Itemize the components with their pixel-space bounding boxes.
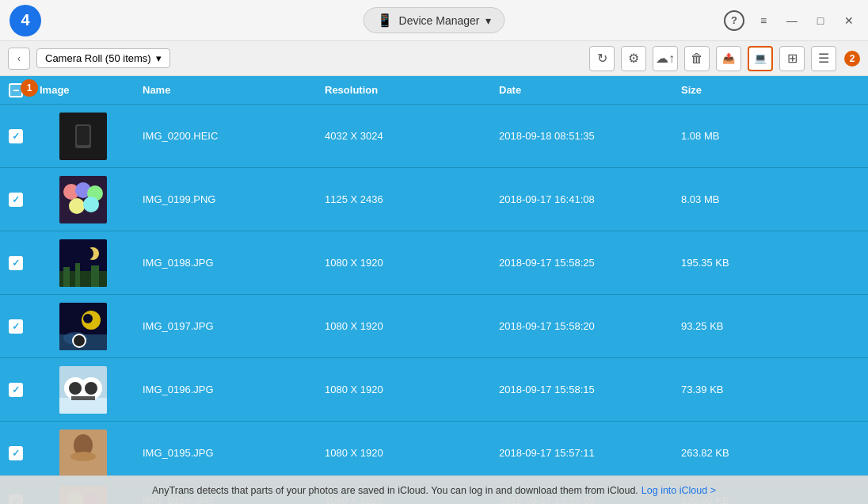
phone-icon: 📱 xyxy=(377,13,393,28)
row-checkbox-col xyxy=(0,256,32,270)
row-checkbox-col xyxy=(0,446,32,460)
list-view-button[interactable]: ☰ xyxy=(811,46,836,71)
row-size: 195.35 KB xyxy=(673,257,868,269)
row-date: 2018-09-17 15:58:25 xyxy=(491,257,673,269)
refresh-icon: ↻ xyxy=(597,51,607,66)
row-name: IMG_0196.JPG xyxy=(135,384,317,395)
svg-point-7 xyxy=(69,198,85,214)
notification-text: AnyTrans detects that parts of your phot… xyxy=(152,485,638,496)
row-size: 8.03 MB xyxy=(673,193,868,205)
restore-button[interactable]: □ xyxy=(811,11,830,30)
table-row[interactable]: IMG_0200.HEIC 4032 X 3024 2018-09-18 08:… xyxy=(0,105,868,168)
table-row[interactable]: IMG_0198.JPG 1080 X 1920 2018-09-17 15:5… xyxy=(0,231,868,295)
row-resolution: 1080 X 1920 xyxy=(317,257,491,269)
row-checkbox[interactable] xyxy=(9,256,23,270)
row-image-col xyxy=(32,239,135,287)
svg-rect-14 xyxy=(75,263,80,287)
row-date: 2018-09-18 08:51:35 xyxy=(491,130,673,142)
svg-point-11 xyxy=(81,247,93,260)
menu-button[interactable]: ≡ xyxy=(754,11,773,30)
svg-point-21 xyxy=(73,334,86,347)
thumbnail xyxy=(59,303,107,350)
svg-point-20 xyxy=(83,314,93,323)
select-all-checkbox[interactable] xyxy=(9,83,23,97)
row-date: 2018-09-17 16:41:08 xyxy=(491,193,673,205)
thumbnail xyxy=(59,366,107,414)
header-check-col xyxy=(0,83,32,97)
table-header: Image Name Resolution Date Size xyxy=(0,76,868,105)
list-icon: ☰ xyxy=(818,51,829,66)
row-resolution: 4032 X 3024 xyxy=(317,130,491,142)
help-button[interactable]: ? xyxy=(724,10,744,31)
row-image-col xyxy=(32,366,135,414)
row-resolution: 1080 X 1920 xyxy=(317,320,491,332)
folder-dropdown-arrow-icon: ▾ xyxy=(156,52,162,64)
header-size: Size xyxy=(673,84,868,96)
row-checkbox-col xyxy=(0,129,32,143)
row-resolution: 1080 X 1920 xyxy=(317,384,491,395)
row-name: IMG_0200.HEIC xyxy=(135,130,317,142)
svg-point-26 xyxy=(69,382,82,395)
row-checkbox[interactable] xyxy=(9,319,23,334)
row-checkbox[interactable] xyxy=(9,193,23,207)
settings-button[interactable]: ⚙ xyxy=(621,46,646,71)
header-image: Image xyxy=(32,84,135,96)
row-checkbox[interactable] xyxy=(9,383,23,397)
row-name: IMG_0199.PNG xyxy=(135,193,317,205)
table-row[interactable]: IMG_0199.PNG 1125 X 2436 2018-09-17 16:4… xyxy=(0,168,868,231)
row-checkbox-col xyxy=(0,193,32,207)
row-checkbox[interactable] xyxy=(9,446,23,460)
row-name: IMG_0197.JPG xyxy=(135,320,317,332)
folder-label: Camera Roll (50 items) xyxy=(45,52,151,64)
row-checkbox-col xyxy=(0,319,32,334)
row-date: 2018-09-17 15:58:20 xyxy=(491,320,673,332)
header-resolution: Resolution xyxy=(317,84,491,96)
row-date: 2018-09-17 15:58:15 xyxy=(491,384,673,395)
window-controls: ? ≡ — □ ✕ xyxy=(724,10,858,31)
row-checkbox[interactable] xyxy=(9,129,23,143)
svg-rect-2 xyxy=(77,126,89,145)
device-manager-label: Device Manager xyxy=(399,14,480,27)
export-button[interactable]: 📤 xyxy=(716,46,741,71)
close-button[interactable]: ✕ xyxy=(839,11,858,30)
thumbnail xyxy=(59,239,107,287)
toolbar: ‹ Camera Roll (50 items) ▾ ↻ ⚙ ☁↑ 🗑 📤 💻 … xyxy=(0,41,868,76)
icloud-login-link[interactable]: Log into iCloud > xyxy=(641,485,716,496)
row-size: 263.82 KB xyxy=(673,447,868,459)
svg-rect-13 xyxy=(63,267,70,287)
svg-rect-28 xyxy=(71,396,95,400)
grid-view-button[interactable]: ⊞ xyxy=(779,46,805,71)
notification-bar: AnyTrans detects that parts of your phot… xyxy=(0,475,868,504)
grid-icon: ⊞ xyxy=(787,51,798,66)
device-manager-button[interactable]: 📱 Device Manager ▾ xyxy=(364,7,505,33)
thumbnail xyxy=(59,176,107,223)
refresh-button[interactable]: ↻ xyxy=(589,46,615,71)
row-image-col xyxy=(32,113,135,160)
thumbnail xyxy=(59,430,107,477)
svg-rect-15 xyxy=(91,265,99,287)
table-body: IMG_0200.HEIC 4032 X 3024 2018-09-18 08:… xyxy=(0,105,868,504)
folder-selector[interactable]: Camera Roll (50 items) ▾ xyxy=(36,48,170,68)
row-image-col xyxy=(32,176,135,223)
thumbnail xyxy=(59,113,107,160)
dropdown-arrow-icon: ▾ xyxy=(485,14,491,27)
row-checkbox-col xyxy=(0,383,32,397)
row-size: 73.39 KB xyxy=(673,384,868,395)
svg-point-27 xyxy=(85,382,97,395)
row-name: IMG_0195.JPG xyxy=(135,447,317,459)
upload-icon: ☁↑ xyxy=(656,51,675,66)
save-to-pc-button[interactable]: 💻 xyxy=(748,46,773,71)
delete-button[interactable]: 🗑 xyxy=(684,46,710,71)
app-logo[interactable]: 4 xyxy=(10,5,41,36)
row-name: IMG_0198.JPG xyxy=(135,257,317,269)
svg-point-8 xyxy=(83,197,99,212)
back-button[interactable]: ‹ xyxy=(8,48,30,70)
table-row[interactable]: IMG_0196.JPG 1080 X 1920 2018-09-17 15:5… xyxy=(0,358,868,422)
upload-button[interactable]: ☁↑ xyxy=(653,46,678,71)
table-row[interactable]: IMG_0197.JPG 1080 X 1920 2018-09-17 15:5… xyxy=(0,295,868,358)
header-name: Name xyxy=(135,84,317,96)
export-icon: 📤 xyxy=(722,52,735,64)
minimize-button[interactable]: — xyxy=(782,11,801,30)
svg-point-32 xyxy=(70,452,96,461)
trash-icon: 🗑 xyxy=(691,52,703,66)
